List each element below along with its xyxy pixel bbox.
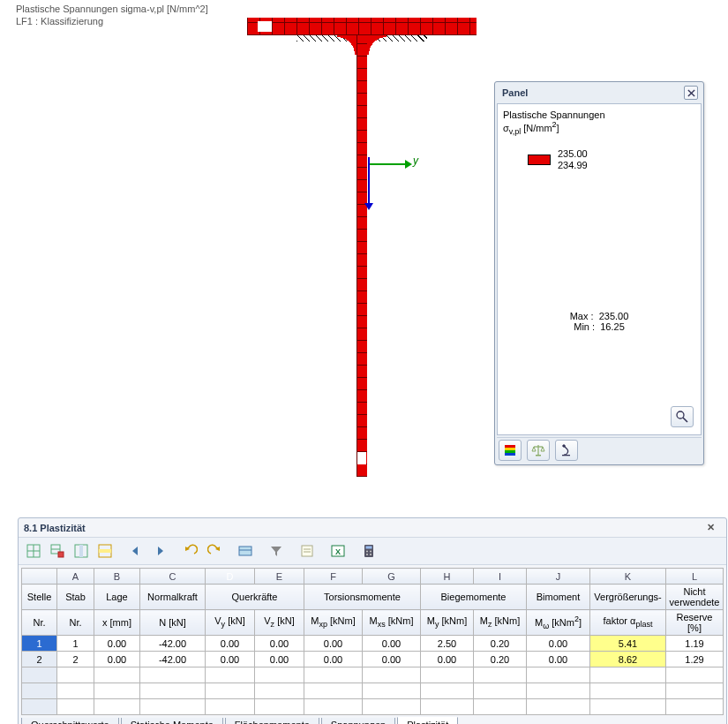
cell [590,683,666,699]
group-header[interactable]: Stelle [22,584,57,610]
cell[interactable]: 1.29 [666,652,724,667]
group-header[interactable]: Querkräfte [206,584,304,610]
tb-prev[interactable] [125,541,146,561]
svg-rect-10 [505,450,515,453]
col-letter[interactable]: E [255,569,304,584]
legend-hi: 235.00 [558,148,588,160]
svg-rect-24 [79,545,83,557]
cell[interactable]: 0.00 [255,636,304,652]
cell[interactable]: 1 [57,636,94,652]
sub-header[interactable]: Mω [kNm2] [527,610,590,636]
cell[interactable]: 2 [57,652,94,667]
tab-statische-momente[interactable]: Statische Momente [121,718,223,724]
tb-grid3[interactable] [71,541,92,561]
tb-redo[interactable] [204,541,225,561]
redo-icon [207,544,221,558]
table-panel-close[interactable]: ✕ [707,522,721,533]
group-header[interactable]: Normalkraft [140,584,206,610]
col-letter[interactable]: B [94,569,140,584]
sub-header[interactable]: faktor αplast [590,610,666,636]
col-letter[interactable]: F [304,569,363,584]
table-row[interactable]: 110.00-42.000.000.000.000.002.500.200.00… [22,636,724,652]
group-header[interactable]: Vergrößerungs- [590,584,666,610]
cell[interactable]: 8.62 [590,652,666,667]
sub-header[interactable]: Mz [kNm] [474,610,527,636]
sub-header[interactable]: Mxs [kNm] [363,610,421,636]
cell[interactable]: 0.00 [527,636,590,652]
cell[interactable]: 0.00 [94,652,140,667]
balance-button[interactable] [527,440,550,461]
data-grid[interactable]: ABCDEFGHIJKLStelleStabLageNormalkraftQue… [21,568,724,715]
sub-header[interactable]: My [kNm] [421,610,474,636]
sub-header[interactable]: x [mm] [94,610,140,636]
sub-header[interactable]: Nr. [22,610,57,636]
panel-header[interactable]: Panel [497,84,702,103]
col-letter[interactable]: J [527,569,590,584]
cell[interactable]: 0.20 [474,636,527,652]
cell[interactable]: 0.00 [363,636,421,652]
group-header[interactable]: Stab [57,584,94,610]
tb-filter[interactable] [266,541,287,561]
sub-header[interactable]: Nr. [57,610,94,636]
group-header[interactable]: Bimoment [527,584,590,610]
tb-undo[interactable] [180,541,201,561]
tb-view[interactable] [235,541,256,561]
row-header[interactable]: 1 [22,636,57,652]
svg-marker-28 [158,547,163,555]
cell[interactable]: 0.00 [304,652,363,667]
cell[interactable]: 2.50 [421,636,474,652]
panel-close-button[interactable] [684,86,698,100]
cell[interactable]: -42.00 [140,636,206,652]
sub-header[interactable]: Mxp [kNm] [304,610,363,636]
group-header[interactable]: Torsionsmomente [304,584,421,610]
cell[interactable]: 0.00 [94,636,140,652]
cell[interactable]: 0.00 [363,652,421,667]
col-letter[interactable]: A [57,569,94,584]
sub-header[interactable]: N [kN] [140,610,206,636]
cell[interactable]: 0.00 [304,636,363,652]
cell[interactable]: 0.00 [206,652,255,667]
table-row[interactable]: 220.00-42.000.000.000.000.000.000.200.00… [22,652,724,667]
tb-calc[interactable] [358,541,379,561]
tb-next[interactable] [149,541,170,561]
col-letter[interactable]: I [474,569,527,584]
tab-plastizität[interactable]: Plastizität [397,717,458,724]
row-header[interactable]: 2 [22,652,57,667]
tb-grid2[interactable] [47,541,68,561]
cell[interactable]: 0.00 [255,652,304,667]
cell[interactable]: 0.00 [206,636,255,652]
cell[interactable]: 0.00 [527,652,590,667]
tb-grid4[interactable] [94,541,116,561]
cell[interactable]: 5.41 [590,636,666,652]
table-panel-header[interactable]: 8.1 Plastizität ✕ [19,518,726,538]
sub-header[interactable]: Vy [kN] [206,610,255,636]
tab-flächenmomente[interactable]: Flächenmomente [225,718,319,724]
col-letter[interactable]: K [590,569,666,584]
zoom-button[interactable] [671,406,694,427]
col-letter[interactable]: D [206,569,255,584]
filter-icon [269,544,283,558]
cell[interactable]: -42.00 [140,652,206,667]
color-scale-button[interactable] [499,440,522,461]
cell[interactable]: 0.20 [474,652,527,667]
sub-header[interactable]: Reserve [%] [666,610,724,636]
tab-querschnittswerte[interactable]: Querschnittswerte [21,718,119,724]
microscope-button[interactable] [555,440,578,461]
group-header[interactable]: Biegemomente [421,584,527,610]
panel-subtitle2: σv,pl [N/mm2] [503,120,695,136]
col-letter[interactable]: L [666,569,724,584]
col-letter[interactable]: G [363,569,421,584]
tb-grid1[interactable] [23,541,44,561]
tab-spannungen[interactable]: Spannungen [321,718,395,724]
cell[interactable]: 0.00 [421,652,474,667]
cell[interactable]: 1.19 [666,636,724,652]
tb-excel[interactable]: X [327,541,349,561]
col-letter[interactable]: C [140,569,206,584]
col-letter[interactable] [22,569,57,584]
group-header[interactable]: Lage [94,584,140,610]
legend-panel[interactable]: Panel Plastische Spannungen σv,pl [N/mm2… [494,81,704,465]
col-letter[interactable]: H [421,569,474,584]
tb-options[interactable] [296,541,318,561]
sub-header[interactable]: Vz [kN] [255,610,304,636]
group-header[interactable]: Nicht verwendete [666,584,724,610]
